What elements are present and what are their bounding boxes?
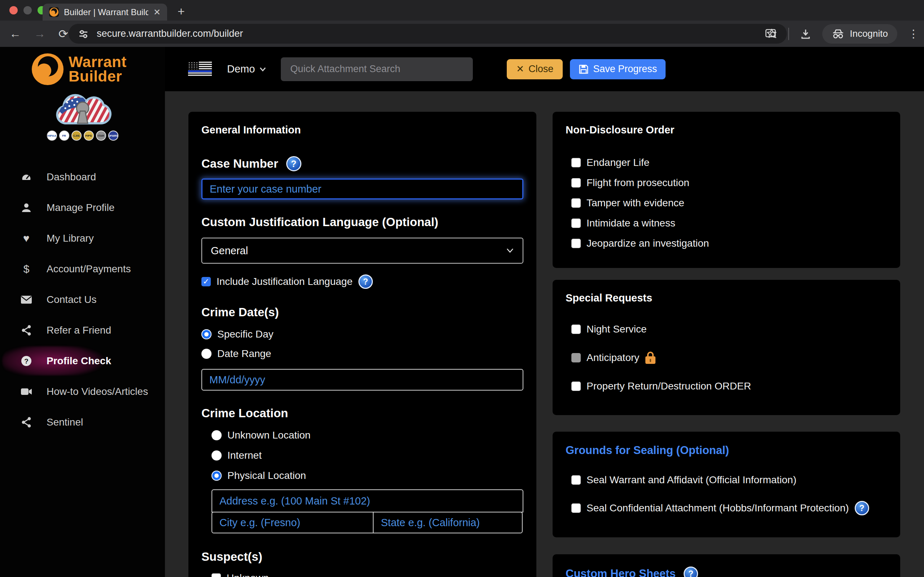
grounds-for-sealing-panel: Grounds for Sealing (Optional) Seal Warr… (552, 432, 900, 537)
justification-language-select[interactable]: General (201, 238, 523, 264)
include-justification-checkbox[interactable] (201, 277, 211, 286)
checkbox-label: Intimidate a witness (586, 218, 675, 229)
case-number-label: Case Number (201, 157, 278, 171)
window-controls[interactable] (10, 6, 46, 15)
checkbox-label: Night Service (586, 324, 647, 335)
include-justification-help-icon[interactable]: ? (359, 274, 373, 289)
tab-close-icon[interactable]: ✕ (153, 7, 161, 17)
app-logo[interactable]: Warrant Builder (0, 47, 165, 88)
checkbox-label: Jeopardize an investigation (586, 238, 709, 249)
custom-justification-label: Custom Justification Language (Optional) (201, 215, 438, 229)
endanger-life-checkbox[interactable] (571, 158, 581, 167)
tamper-with-evidence-checkbox[interactable] (571, 198, 581, 208)
state-input[interactable] (373, 512, 523, 533)
svg-text:?: ? (24, 357, 29, 365)
sidebar-item-sentinel[interactable]: Sentinel (0, 407, 165, 437)
radio-label: Physical Location (228, 470, 306, 482)
browser-tab[interactable]: Builder | Warrant Builder ✕ (43, 3, 167, 21)
forward-icon[interactable]: → (34, 27, 45, 40)
unknown-location-radio[interactable] (212, 430, 221, 440)
sidebar-item-label: Dashboard (47, 171, 96, 183)
flight-from-prosecution-checkbox[interactable] (571, 178, 581, 187)
address-bar[interactable]: secure.warrantbuilder.com/builder (69, 24, 787, 44)
hero-sheets-help-icon[interactable]: ? (683, 567, 698, 577)
quick-attachment-search-input[interactable] (281, 57, 473, 81)
sidebar-item-dashboard[interactable]: Dashboard (0, 161, 165, 192)
radio-label: Date Range (217, 348, 271, 359)
seal-confidential-checkbox[interactable] (571, 503, 581, 513)
radio-label: Specific Day (217, 329, 274, 340)
lock-icon (645, 351, 656, 364)
window-close-button[interactable] (10, 6, 18, 15)
night-service-checkbox[interactable] (571, 324, 581, 334)
save-progress-button[interactable]: Save Progress (570, 59, 666, 79)
sidebar-item-label: Manage Profile (47, 202, 115, 213)
sidebar-item-label: Sentinel (47, 416, 83, 428)
back-icon[interactable]: ← (10, 27, 21, 40)
checkbox-label: Flight from prosecution (586, 177, 690, 189)
incognito-badge[interactable]: Incognito (822, 24, 897, 44)
city-input[interactable] (212, 512, 373, 533)
property-return-checkbox[interactable] (571, 382, 581, 391)
reload-icon[interactable]: ⟳ (58, 27, 68, 41)
jeopardize-investigation-checkbox[interactable] (571, 239, 581, 248)
site-settings-icon[interactable] (78, 29, 89, 39)
browser-menu-icon[interactable]: ⋮ (908, 27, 919, 40)
share-icon (21, 325, 32, 336)
badge-fips: FIPS (84, 131, 94, 141)
internet-radio[interactable] (212, 450, 221, 461)
logo-line1: Warrant (69, 55, 127, 69)
non-disclosure-order-panel: Non-Disclosure Order Endanger Life Fligh… (552, 112, 900, 268)
certification-badges: HIPAA FR CJIS FIPS ITAR DFARS (47, 131, 118, 141)
sidebar-item-label: Contact Us (47, 294, 97, 305)
search-tabs-icon[interactable] (765, 29, 777, 39)
case-number-help-icon[interactable]: ? (286, 156, 301, 171)
physical-location-radio[interactable] (212, 471, 221, 481)
thin-blue-line-flag-icon (188, 62, 212, 77)
intimidate-a-witness-checkbox[interactable] (571, 219, 581, 228)
radio-label: Internet (228, 450, 262, 461)
org-label: Demo (227, 63, 255, 75)
date-range-radio[interactable] (201, 349, 212, 359)
sidebar-item-contact-us[interactable]: Contact Us (0, 284, 165, 315)
badge-dfars: DFARS (108, 131, 118, 141)
tab-title: Builder | Warrant Builder (64, 7, 149, 17)
suspects-label: Suspect(s) (201, 550, 262, 564)
sidebar-item-account-payments[interactable]: $ Account/Payments (0, 253, 165, 284)
suspect-unknown-checkbox[interactable] (212, 574, 221, 577)
app-header: Demo ✕ Close Save Progress (165, 47, 924, 91)
new-tab-button[interactable]: + (178, 4, 185, 18)
address-input[interactable] (212, 489, 523, 513)
sidebar-item-my-library[interactable]: ♥ My Library (0, 223, 165, 253)
person-icon (21, 202, 32, 213)
special-requests-panel: Special Requests Night Service Anticipat… (552, 280, 900, 415)
sidebar-item-howto-videos[interactable]: How-to Videos/Articles (0, 376, 165, 407)
seal-confidential-help-icon[interactable]: ? (855, 501, 869, 515)
selected-option: General (211, 245, 248, 257)
panel-title: Special Requests (565, 292, 887, 304)
case-number-input[interactable] (201, 179, 523, 200)
sidebar-item-refer-a-friend[interactable]: Refer a Friend (0, 315, 165, 345)
seal-warrant-checkbox[interactable] (571, 475, 581, 485)
specific-day-radio[interactable] (201, 329, 212, 339)
window-minimize-button[interactable] (23, 6, 32, 15)
sidebar-item-label: How-to Videos/Articles (47, 386, 148, 397)
crime-location-label: Crime Location (201, 406, 288, 420)
close-button[interactable]: ✕ Close (507, 59, 563, 79)
url-text[interactable]: secure.warrantbuilder.com/builder (97, 28, 243, 39)
sidebar-item-manage-profile[interactable]: Manage Profile (0, 192, 165, 223)
custom-hero-sheets-panel: Custom Hero Sheets ? (552, 554, 900, 577)
crime-date-input[interactable] (201, 369, 523, 390)
org-dropdown[interactable]: Demo (227, 63, 267, 75)
toolbar-divider (788, 28, 789, 40)
question-circle-icon: ? (21, 355, 32, 367)
checkbox-label: Anticipatory (586, 352, 639, 364)
site-favicon (49, 7, 59, 17)
sidebar-item-profile-check[interactable]: ? Profile Check (0, 345, 165, 376)
address-group (212, 489, 523, 533)
close-x-icon: ✕ (516, 63, 524, 75)
radio-label: Unknown Location (228, 429, 310, 441)
chevron-down-icon (506, 248, 514, 253)
download-icon[interactable] (800, 28, 811, 40)
heart-icon: ♥ (21, 232, 32, 245)
